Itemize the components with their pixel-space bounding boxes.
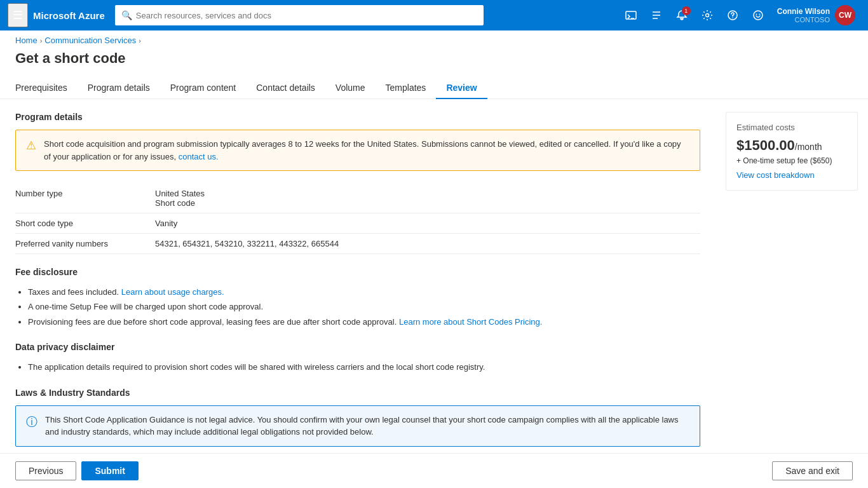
tab-program-details[interactable]: Program details	[78, 78, 160, 99]
breadcrumb: Home › Communication Services ›	[0, 30, 868, 50]
value-preferred-vanity: 54321, 654321, 543210, 332211, 443322, 6…	[155, 239, 339, 248]
warning-icon: ⚠	[26, 139, 36, 163]
info-table: Number type United States Short code Sho…	[15, 184, 700, 254]
tab-review[interactable]: Review	[436, 78, 487, 99]
help-button[interactable]	[721, 4, 744, 27]
fee-item-1-text: Taxes and fees included.	[28, 287, 119, 297]
wizard-tabs: Prerequisites Program details Program co…	[0, 77, 868, 99]
data-privacy-list: The application details required to prov…	[15, 360, 700, 374]
svg-point-2	[705, 14, 709, 17]
directory-button[interactable]	[645, 4, 668, 27]
list-item: Taxes and fees included. Learn about usa…	[28, 285, 700, 299]
program-details-heading: Program details	[15, 112, 700, 122]
warning-text: Short code acquisition and program submi…	[44, 138, 689, 163]
user-profile[interactable]: Connie Wilson CONTOSO CW	[772, 3, 860, 28]
search-input[interactable]	[136, 11, 477, 20]
tab-contact-details[interactable]: Contact details	[246, 78, 325, 99]
cost-period: /month	[795, 142, 822, 152]
value-number-type-line1: United States	[155, 189, 205, 198]
tab-volume[interactable]: Volume	[325, 78, 376, 99]
label-short-code-type: Short code type	[15, 219, 155, 228]
fee-item-2-text: A one-time Setup Fee will be charged upo…	[28, 302, 263, 311]
breadcrumb-separator-1: ›	[40, 37, 43, 44]
avatar: CW	[835, 5, 855, 25]
value-short-code-type: Vanity	[155, 219, 177, 228]
warning-box: ⚠ Short code acquisition and program sub…	[15, 130, 700, 171]
svg-rect-0	[626, 11, 636, 19]
tab-templates[interactable]: Templates	[376, 78, 437, 99]
submit-button[interactable]: Submit	[81, 461, 138, 480]
contact-us-link[interactable]: contact us.	[179, 152, 219, 161]
laws-heading: Laws & Industry Standards	[15, 388, 700, 398]
short-codes-pricing-link[interactable]: Learn more about Short Codes Pricing.	[399, 317, 542, 327]
info-box: ⓘ This Short Code Application Guidance i…	[15, 405, 700, 447]
save-exit-button[interactable]: Save and exit	[772, 461, 853, 480]
list-item: Provisioning fees are due before short c…	[28, 315, 700, 329]
fee-item-3-text: Provisioning fees are due before short c…	[28, 317, 397, 327]
svg-point-6	[756, 14, 757, 15]
previous-button[interactable]: Previous	[15, 461, 76, 480]
fee-disclosure-section: Fee disclosure Taxes and fees included. …	[15, 267, 700, 329]
data-privacy-section: Data privacy disclaimer The application …	[15, 342, 700, 374]
footer: Previous Submit Save and exit	[0, 453, 868, 488]
fee-list: Taxes and fees included. Learn about usa…	[15, 285, 700, 329]
info-box-text: This Short Code Application Guidance is …	[45, 414, 689, 438]
search-bar[interactable]: 🔍	[115, 5, 484, 25]
fee-disclosure-heading: Fee disclosure	[15, 267, 700, 277]
list-item: The application details required to prov…	[28, 360, 700, 374]
breadcrumb-home[interactable]: Home	[15, 36, 37, 45]
sidebar: Estimated costs $1500.00/month + One-tim…	[715, 99, 868, 453]
label-preferred-vanity: Preferred vanity numbers	[15, 239, 155, 248]
cost-setup-fee: + One-time setup fee ($650)	[736, 156, 847, 165]
warning-message: Short code acquisition and program submi…	[44, 139, 681, 161]
user-name: Connie Wilson	[777, 7, 830, 16]
main-content: Program details ⚠ Short code acquisition…	[0, 99, 868, 453]
data-privacy-text: The application details required to prov…	[28, 362, 485, 372]
topnav-actions: 1 Connie Wilson CONTOSO CW	[620, 3, 860, 28]
footer-left-actions: Previous Submit	[15, 461, 139, 480]
table-row-short-code-type: Short code type Vanity	[15, 214, 700, 234]
usage-charges-link[interactable]: Learn about usage charges.	[121, 287, 224, 297]
footer-right-actions: Save and exit	[772, 461, 853, 480]
azure-logo: Microsoft Azure	[33, 10, 105, 21]
cost-amount-row: $1500.00/month	[736, 137, 847, 154]
hamburger-menu-button[interactable]: ☰	[8, 3, 28, 27]
cloud-shell-button[interactable]	[620, 4, 642, 27]
top-navigation: ☰ Microsoft Azure 🔍 1 Connie Wilson CONT…	[0, 0, 868, 30]
table-row-preferred-vanity: Preferred vanity numbers 54321, 654321, …	[15, 234, 700, 254]
list-item: A one-time Setup Fee will be charged upo…	[28, 299, 700, 314]
search-icon: 🔍	[121, 10, 132, 20]
tab-program-content[interactable]: Program content	[160, 78, 247, 99]
laws-section: Laws & Industry Standards ⓘ This Short C…	[15, 388, 700, 447]
data-privacy-heading: Data privacy disclaimer	[15, 342, 700, 352]
table-row-number-type: Number type United States Short code	[15, 184, 700, 214]
value-number-type: United States Short code	[155, 189, 205, 208]
view-cost-breakdown-link[interactable]: View cost breakdown	[736, 170, 847, 180]
notifications-button[interactable]: 1	[670, 4, 693, 27]
svg-point-4	[732, 17, 733, 18]
feedback-button[interactable]	[747, 4, 770, 27]
tab-prerequisites[interactable]: Prerequisites	[15, 78, 78, 99]
settings-button[interactable]	[696, 4, 719, 27]
estimated-costs-title: Estimated costs	[736, 123, 847, 132]
label-number-type: Number type	[15, 189, 155, 198]
info-icon: ⓘ	[26, 414, 37, 438]
estimated-costs-card: Estimated costs $1500.00/month + One-tim…	[726, 112, 858, 191]
breadcrumb-separator-2: ›	[139, 37, 141, 44]
notification-badge: 1	[682, 6, 691, 15]
user-org: CONTOSO	[777, 16, 830, 24]
breadcrumb-communication-services[interactable]: Communication Services	[44, 36, 136, 45]
page-title: Get a short code	[0, 50, 868, 77]
svg-point-5	[754, 11, 763, 20]
svg-point-7	[759, 14, 760, 15]
content-area: Program details ⚠ Short code acquisition…	[0, 99, 715, 453]
value-number-type-line2: Short code	[155, 198, 205, 208]
cost-amount: $1500.00	[736, 137, 795, 153]
